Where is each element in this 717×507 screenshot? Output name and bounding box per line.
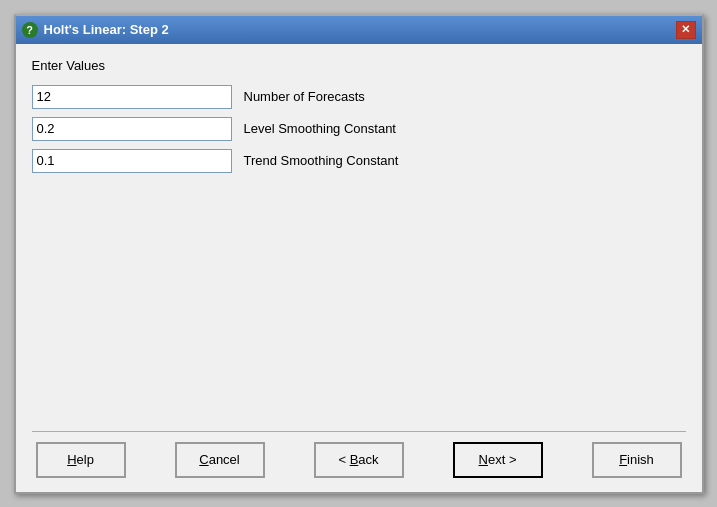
forecasts-label: Number of Forecasts bbox=[244, 89, 365, 104]
title-bar-left: ? Holt's Linear: Step 2 bbox=[22, 22, 169, 38]
form-row-forecasts: Number of Forecasts bbox=[32, 85, 686, 109]
cancel-label: Cancel bbox=[199, 452, 239, 467]
help-icon: ? bbox=[22, 22, 38, 38]
next-label: Next > bbox=[479, 452, 517, 467]
next-button[interactable]: Next > bbox=[453, 442, 543, 478]
button-bar: Help Cancel < Back Next > Finish bbox=[32, 442, 686, 482]
section-label: Enter Values bbox=[32, 58, 686, 73]
finish-label: Finish bbox=[619, 452, 654, 467]
forecasts-input[interactable] bbox=[32, 85, 232, 109]
back-button[interactable]: < Back bbox=[314, 442, 404, 478]
main-window: ? Holt's Linear: Step 2 ✕ Enter Values N… bbox=[14, 14, 704, 494]
title-bar: ? Holt's Linear: Step 2 ✕ bbox=[16, 16, 702, 44]
help-label: Help bbox=[67, 452, 94, 467]
divider bbox=[32, 431, 686, 432]
back-label: < Back bbox=[338, 452, 378, 467]
window-body: Enter Values Number of Forecasts Level S… bbox=[16, 44, 702, 492]
spacer bbox=[32, 183, 686, 431]
cancel-button[interactable]: Cancel bbox=[175, 442, 265, 478]
level-smoothing-label: Level Smoothing Constant bbox=[244, 121, 396, 136]
help-button[interactable]: Help bbox=[36, 442, 126, 478]
form-row-trend: Trend Smoothing Constant bbox=[32, 149, 686, 173]
finish-button[interactable]: Finish bbox=[592, 442, 682, 478]
close-button[interactable]: ✕ bbox=[676, 21, 696, 39]
level-smoothing-input[interactable] bbox=[32, 117, 232, 141]
trend-smoothing-label: Trend Smoothing Constant bbox=[244, 153, 399, 168]
trend-smoothing-input[interactable] bbox=[32, 149, 232, 173]
window-title: Holt's Linear: Step 2 bbox=[44, 22, 169, 37]
form-row-level: Level Smoothing Constant bbox=[32, 117, 686, 141]
form-area: Number of Forecasts Level Smoothing Cons… bbox=[32, 85, 686, 173]
